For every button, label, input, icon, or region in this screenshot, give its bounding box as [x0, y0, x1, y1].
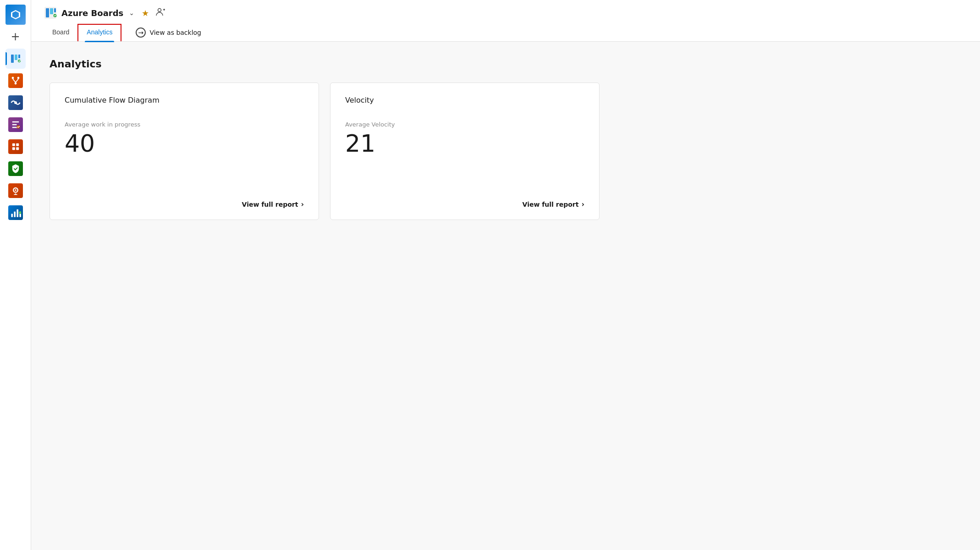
- header-title: Azure Boards: [61, 8, 123, 18]
- velocity-title: Velocity: [345, 96, 584, 104]
- header: Azure Boards ⌄ ★ Board Analytics → View …: [31, 0, 980, 42]
- analytics-sidebar-icon[interactable]: [6, 203, 26, 223]
- svg-rect-1: [15, 55, 17, 60]
- svg-point-16: [15, 189, 17, 191]
- svg-line-7: [13, 79, 16, 82]
- cumulative-flow-title: Cumulative Flow Diagram: [65, 96, 304, 104]
- cards-grid: Cumulative Flow Diagram Average work in …: [50, 82, 600, 220]
- page-title: Analytics: [50, 58, 962, 70]
- velocity-card[interactable]: Velocity Average Velocity 21 View full r…: [330, 82, 600, 220]
- cumulative-flow-view-full-report[interactable]: View full report ›: [65, 200, 304, 209]
- testplans-icon[interactable]: [6, 115, 26, 135]
- svg-rect-11: [12, 143, 15, 146]
- svg-point-9: [14, 101, 17, 104]
- view-full-report-chevron-1: ›: [301, 200, 304, 209]
- add-icon[interactable]: +: [6, 27, 26, 47]
- repos-icon[interactable]: [6, 71, 26, 91]
- tab-analytics[interactable]: Analytics: [77, 24, 121, 41]
- azure-boards-header-icon: [44, 6, 57, 19]
- tab-board[interactable]: Board: [44, 25, 77, 40]
- nav-divider: [125, 28, 126, 37]
- pipelines-icon[interactable]: [6, 93, 26, 113]
- monitor-icon[interactable]: [6, 181, 26, 201]
- svg-point-6: [14, 82, 17, 85]
- view-full-report-chevron-2: ›: [581, 200, 584, 209]
- artifacts-icon[interactable]: [6, 137, 26, 157]
- sidebar: +: [0, 0, 31, 550]
- svg-rect-25: [54, 8, 56, 12]
- velocity-metric-label: Average Velocity: [345, 121, 584, 128]
- svg-point-27: [158, 9, 161, 12]
- header-person-icon[interactable]: [155, 7, 165, 19]
- svg-rect-18: [14, 212, 16, 217]
- svg-rect-12: [16, 143, 19, 146]
- view-as-backlog-label: View as backlog: [149, 29, 201, 36]
- svg-rect-24: [50, 8, 53, 14]
- svg-rect-17: [11, 214, 13, 217]
- svg-rect-0: [11, 55, 14, 63]
- nav-tabs: Board Analytics → View as backlog: [44, 24, 967, 41]
- header-chevron-icon[interactable]: ⌄: [129, 9, 134, 16]
- svg-rect-2: [18, 55, 20, 58]
- main-content: Azure Boards ⌄ ★ Board Analytics → View …: [31, 0, 980, 550]
- azure-devops-icon[interactable]: [6, 5, 26, 25]
- view-full-report-label-2: View full report: [523, 201, 579, 208]
- cumulative-flow-metric-value: 40: [65, 132, 304, 189]
- svg-line-8: [16, 79, 18, 82]
- svg-rect-19: [17, 209, 18, 217]
- svg-point-4: [11, 77, 14, 79]
- cumulative-flow-card[interactable]: Cumulative Flow Diagram Average work in …: [50, 82, 319, 220]
- page-content: Analytics Cumulative Flow Diagram Averag…: [31, 42, 980, 236]
- svg-rect-14: [16, 147, 19, 150]
- velocity-view-full-report[interactable]: View full report ›: [345, 200, 584, 209]
- svg-rect-13: [12, 147, 15, 150]
- view-as-backlog-link[interactable]: → View as backlog: [129, 24, 208, 41]
- security-icon[interactable]: [6, 159, 26, 179]
- velocity-metric-value: 21: [345, 132, 584, 189]
- cumulative-flow-metric-label: Average work in progress: [65, 121, 304, 128]
- boards-icon[interactable]: [6, 49, 26, 69]
- svg-point-21: [19, 211, 21, 214]
- view-as-backlog-icon: →: [136, 28, 146, 38]
- svg-point-5: [17, 77, 19, 79]
- header-star-icon[interactable]: ★: [142, 8, 149, 18]
- svg-rect-23: [46, 8, 49, 17]
- view-full-report-label-1: View full report: [242, 201, 298, 208]
- header-top: Azure Boards ⌄ ★: [44, 6, 967, 19]
